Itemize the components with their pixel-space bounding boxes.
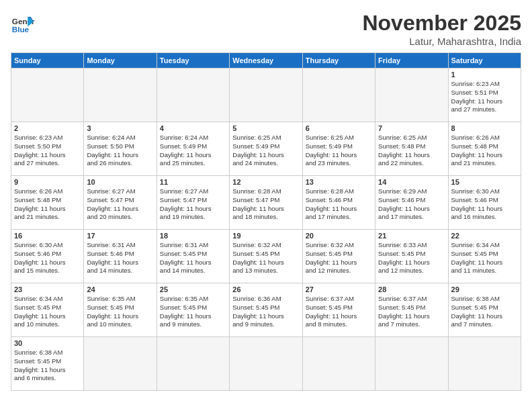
day-cell: 14Sunrise: 6:29 AM Sunset: 5:46 PM Dayli… xyxy=(375,176,448,230)
col-header-thursday: Thursday xyxy=(302,53,375,68)
day-content: Sunrise: 6:34 AM Sunset: 5:45 PM Dayligh… xyxy=(14,295,81,329)
day-number: 9 xyxy=(14,178,81,186)
day-cell xyxy=(375,68,448,122)
day-cell: 12Sunrise: 6:28 AM Sunset: 5:47 PM Dayli… xyxy=(230,176,302,230)
day-cell: 24Sunrise: 6:35 AM Sunset: 5:45 PM Dayli… xyxy=(84,283,157,337)
day-cell xyxy=(84,337,157,391)
day-number: 29 xyxy=(451,285,518,293)
week-row-4: 16Sunrise: 6:30 AM Sunset: 5:46 PM Dayli… xyxy=(11,230,521,283)
day-cell: 4Sunrise: 6:24 AM Sunset: 5:49 PM Daylig… xyxy=(157,122,229,176)
day-cell: 6Sunrise: 6:25 AM Sunset: 5:49 PM Daylig… xyxy=(302,122,375,176)
month-title: November 2025 xyxy=(362,11,521,36)
col-header-sunday: Sunday xyxy=(11,53,84,68)
day-content: Sunrise: 6:37 AM Sunset: 5:45 PM Dayligh… xyxy=(306,295,372,329)
day-content: Sunrise: 6:31 AM Sunset: 5:45 PM Dayligh… xyxy=(160,241,226,275)
day-cell: 9Sunrise: 6:26 AM Sunset: 5:48 PM Daylig… xyxy=(11,176,84,230)
week-row-2: 2Sunrise: 6:23 AM Sunset: 5:50 PM Daylig… xyxy=(11,122,521,176)
col-header-monday: Monday xyxy=(84,53,157,68)
day-number: 8 xyxy=(451,124,518,132)
col-header-tuesday: Tuesday xyxy=(157,53,229,68)
day-number: 21 xyxy=(378,232,445,240)
day-cell: 26Sunrise: 6:36 AM Sunset: 5:45 PM Dayli… xyxy=(230,283,302,337)
day-cell: 29Sunrise: 6:38 AM Sunset: 5:45 PM Dayli… xyxy=(448,283,521,337)
day-content: Sunrise: 6:30 AM Sunset: 5:46 PM Dayligh… xyxy=(451,187,518,222)
day-cell: 3Sunrise: 6:24 AM Sunset: 5:50 PM Daylig… xyxy=(84,122,157,176)
logo-icon: General Blue xyxy=(11,11,35,35)
day-cell xyxy=(375,337,448,391)
day-number: 27 xyxy=(306,285,372,293)
day-cell: 20Sunrise: 6:32 AM Sunset: 5:45 PM Dayli… xyxy=(302,230,375,283)
day-content: Sunrise: 6:25 AM Sunset: 5:48 PM Dayligh… xyxy=(378,134,445,168)
day-cell: 7Sunrise: 6:25 AM Sunset: 5:48 PM Daylig… xyxy=(375,122,448,176)
day-content: Sunrise: 6:23 AM Sunset: 5:50 PM Dayligh… xyxy=(14,134,81,168)
day-cell: 27Sunrise: 6:37 AM Sunset: 5:45 PM Dayli… xyxy=(302,283,375,337)
day-content: Sunrise: 6:24 AM Sunset: 5:50 PM Dayligh… xyxy=(87,134,153,168)
day-content: Sunrise: 6:35 AM Sunset: 5:45 PM Dayligh… xyxy=(160,295,226,329)
day-number: 6 xyxy=(306,124,372,132)
day-number: 12 xyxy=(232,178,299,186)
day-number: 19 xyxy=(232,232,299,240)
logo: General Blue xyxy=(11,11,35,35)
day-number: 14 xyxy=(378,178,445,186)
day-cell xyxy=(11,68,84,122)
day-content: Sunrise: 6:25 AM Sunset: 5:49 PM Dayligh… xyxy=(306,134,372,168)
day-content: Sunrise: 6:37 AM Sunset: 5:45 PM Dayligh… xyxy=(378,295,445,329)
day-number: 28 xyxy=(378,285,445,293)
day-content: Sunrise: 6:36 AM Sunset: 5:45 PM Dayligh… xyxy=(232,295,299,329)
day-cell: 2Sunrise: 6:23 AM Sunset: 5:50 PM Daylig… xyxy=(11,122,84,176)
day-cell: 15Sunrise: 6:30 AM Sunset: 5:46 PM Dayli… xyxy=(448,176,521,230)
day-content: Sunrise: 6:26 AM Sunset: 5:48 PM Dayligh… xyxy=(14,187,81,222)
day-number: 5 xyxy=(232,124,299,132)
day-content: Sunrise: 6:28 AM Sunset: 5:47 PM Dayligh… xyxy=(232,187,299,222)
day-cell xyxy=(302,68,375,122)
day-number: 20 xyxy=(306,232,372,240)
day-number: 24 xyxy=(87,285,153,293)
day-cell xyxy=(157,68,229,122)
day-content: Sunrise: 6:30 AM Sunset: 5:46 PM Dayligh… xyxy=(14,241,81,275)
svg-text:Blue: Blue xyxy=(12,25,30,34)
day-number: 25 xyxy=(160,285,226,293)
day-content: Sunrise: 6:25 AM Sunset: 5:49 PM Dayligh… xyxy=(232,134,299,168)
col-header-friday: Friday xyxy=(375,53,448,68)
day-content: Sunrise: 6:31 AM Sunset: 5:46 PM Dayligh… xyxy=(87,241,153,275)
day-number: 30 xyxy=(14,339,81,347)
day-content: Sunrise: 6:35 AM Sunset: 5:45 PM Dayligh… xyxy=(87,295,153,329)
day-content: Sunrise: 6:38 AM Sunset: 5:45 PM Dayligh… xyxy=(451,295,518,329)
day-content: Sunrise: 6:29 AM Sunset: 5:46 PM Dayligh… xyxy=(378,187,445,222)
day-cell: 18Sunrise: 6:31 AM Sunset: 5:45 PM Dayli… xyxy=(157,230,229,283)
page-header: General Blue November 2025 Latur, Mahara… xyxy=(11,11,521,47)
day-content: Sunrise: 6:32 AM Sunset: 5:45 PM Dayligh… xyxy=(306,241,372,275)
day-number: 11 xyxy=(160,178,226,186)
day-cell: 11Sunrise: 6:27 AM Sunset: 5:47 PM Dayli… xyxy=(157,176,229,230)
location: Latur, Maharashtra, India xyxy=(362,36,521,47)
day-cell: 23Sunrise: 6:34 AM Sunset: 5:45 PM Dayli… xyxy=(11,283,84,337)
day-number: 18 xyxy=(160,232,226,240)
day-number: 3 xyxy=(87,124,153,132)
day-cell: 19Sunrise: 6:32 AM Sunset: 5:45 PM Dayli… xyxy=(230,230,302,283)
day-content: Sunrise: 6:28 AM Sunset: 5:46 PM Dayligh… xyxy=(306,187,372,222)
day-content: Sunrise: 6:32 AM Sunset: 5:45 PM Dayligh… xyxy=(232,241,299,275)
col-header-saturday: Saturday xyxy=(448,53,521,68)
day-number: 7 xyxy=(378,124,445,132)
week-row-1: 1Sunrise: 6:23 AM Sunset: 5:51 PM Daylig… xyxy=(11,68,521,122)
day-number: 2 xyxy=(14,124,81,132)
title-area: November 2025 Latur, Maharashtra, India xyxy=(362,11,521,47)
day-content: Sunrise: 6:33 AM Sunset: 5:45 PM Dayligh… xyxy=(378,241,445,275)
calendar-table: SundayMondayTuesdayWednesdayThursdayFrid… xyxy=(11,52,521,391)
day-cell: 25Sunrise: 6:35 AM Sunset: 5:45 PM Dayli… xyxy=(157,283,229,337)
day-cell: 1Sunrise: 6:23 AM Sunset: 5:51 PM Daylig… xyxy=(448,68,521,122)
day-content: Sunrise: 6:34 AM Sunset: 5:45 PM Dayligh… xyxy=(451,241,518,275)
day-cell: 30Sunrise: 6:38 AM Sunset: 5:45 PM Dayli… xyxy=(11,337,84,391)
day-number: 26 xyxy=(232,285,299,293)
day-number: 16 xyxy=(14,232,81,240)
day-cell: 13Sunrise: 6:28 AM Sunset: 5:46 PM Dayli… xyxy=(302,176,375,230)
day-content: Sunrise: 6:27 AM Sunset: 5:47 PM Dayligh… xyxy=(160,187,226,222)
day-content: Sunrise: 6:27 AM Sunset: 5:47 PM Dayligh… xyxy=(87,187,153,222)
col-header-wednesday: Wednesday xyxy=(230,53,302,68)
day-number: 23 xyxy=(14,285,81,293)
day-content: Sunrise: 6:23 AM Sunset: 5:51 PM Dayligh… xyxy=(451,80,518,114)
week-row-3: 9Sunrise: 6:26 AM Sunset: 5:48 PM Daylig… xyxy=(11,176,521,230)
day-content: Sunrise: 6:24 AM Sunset: 5:49 PM Dayligh… xyxy=(160,134,226,168)
day-number: 13 xyxy=(306,178,372,186)
day-cell: 21Sunrise: 6:33 AM Sunset: 5:45 PM Dayli… xyxy=(375,230,448,283)
